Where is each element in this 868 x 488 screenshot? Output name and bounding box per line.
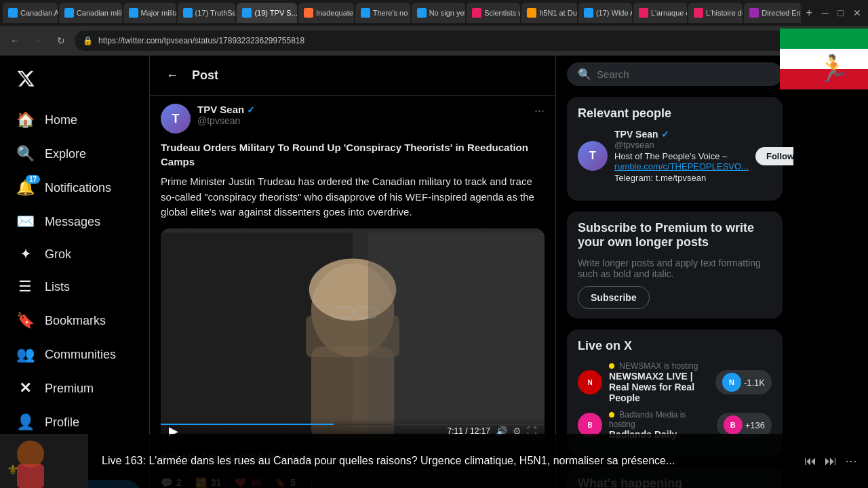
premium-section: Subscribe to Premium to write your own l… (567, 211, 783, 319)
post-header: ← Post (150, 56, 555, 96)
tab-5-active[interactable]: (19) TPV S... ✕ (237, 3, 296, 23)
tab-12[interactable]: L'arnaque d... (633, 3, 687, 23)
communities-icon: 👥 (16, 346, 34, 363)
search-box[interactable]: 🔍 (567, 62, 783, 86)
tab-14[interactable]: Directed Ene... (744, 3, 801, 23)
tab-9[interactable]: Scientists w... (467, 3, 520, 23)
sidebar-item-premium-label: Premium (45, 382, 94, 396)
sidebar: 🏠 Home 🔍 Explore 🔔 17 Notifications ✉️ M… (0, 56, 149, 488)
sidebar-item-premium[interactable]: ✕ Premium (8, 373, 141, 404)
video-player[interactable]: ▶ 7:11 / 12:17 🔊 ⚙ ⛶ (161, 228, 545, 444)
messages-icon: ✉️ (16, 213, 34, 230)
live-title: Live on X (578, 339, 772, 353)
relevant-people-title: Relevant people (578, 106, 772, 121)
video-thumbnail (161, 228, 545, 444)
sidebar-item-explore[interactable]: 🔍 Explore (8, 138, 141, 169)
sidebar-item-notifications[interactable]: 🔔 17 Notifications (8, 172, 141, 203)
more-live-button[interactable]: ⋯ (845, 453, 857, 468)
tab-2[interactable]: Canadian milita... (59, 3, 122, 23)
prev-button[interactable]: ⏮ (804, 454, 816, 468)
premium-icon: ✕ (16, 380, 34, 397)
lock-icon: 🔒 (83, 36, 93, 45)
minimize-button[interactable]: ─ (818, 5, 833, 21)
badlands-logo-letter: B (587, 422, 592, 429)
sidebar-item-messages[interactable]: ✉️ Messages (8, 206, 141, 237)
grok-icon: ✦ (16, 247, 34, 262)
svg-text:🏃: 🏃 (817, 53, 850, 84)
right-sidebar: 🔍 Relevant people T TPV Sean ✓ @tpvsean … (556, 56, 793, 488)
progress-bar[interactable] (161, 424, 545, 425)
newsmax-hosting: NEWSMAX is hosting (609, 361, 709, 371)
newsmax-count-logo: N (722, 373, 741, 392)
tab-4[interactable]: (17) TruthSec... (178, 3, 236, 23)
subscribe-button[interactable]: Subscribe (578, 286, 650, 309)
sidebar-item-home[interactable]: 🏠 Home (8, 104, 141, 136)
search-input[interactable] (597, 68, 772, 80)
author-handle: @tpvsean (197, 115, 528, 126)
live-overlay-title-text: Live 163: L'armée dans les rues au Canad… (88, 446, 793, 476)
tab-13[interactable]: L'histoire de... (688, 3, 743, 23)
post-body-text: Prime Minister Justin Trudeau has ordere… (161, 174, 545, 220)
relevant-people-section: Relevant people T TPV Sean ✓ @tpvsean Ho… (567, 97, 783, 201)
following-button[interactable]: Following (755, 147, 793, 165)
svg-rect-13 (780, 28, 868, 49)
live-dot-icon (609, 363, 614, 369)
address-bar[interactable]: 🔒 https://twitter.com/tpvsean/status/178… (75, 30, 796, 51)
forward-button[interactable]: → (28, 31, 47, 50)
newsmax-logo-letter: N (587, 379, 592, 386)
live-overlay: ⚜ Live 163: L'armée dans les rues au Can… (0, 434, 868, 488)
tab-controls: ─ □ ✕ (818, 5, 865, 21)
newsmax-logo: N (578, 370, 602, 394)
sidebar-item-profile-label: Profile (45, 415, 79, 430)
tab-8[interactable]: No sign yet ... (412, 3, 465, 23)
back-button[interactable]: ← (5, 31, 24, 50)
people-info: TPV Sean ✓ @tpvsean Host of The People's… (614, 129, 749, 183)
tab-10[interactable]: h5N1 at Duc... (521, 3, 577, 23)
back-arrow-button[interactable]: ← (161, 64, 184, 87)
sidebar-item-lists[interactable]: ☰ Lists (8, 271, 141, 302)
bio-link[interactable]: rumble.com/c/THEPEOPLESVO... (614, 161, 749, 171)
badlands-count-logo: B (724, 415, 743, 434)
verified-icon: ✓ (661, 129, 669, 140)
verified-badge-icon: ✓ (247, 104, 255, 115)
tab-bar: Canadian Ar... Canadian milita... Major … (0, 0, 868, 26)
live-overlay-text: Live 163: L'armée dans les rues au Canad… (102, 455, 675, 466)
post-header-title: Post (192, 68, 218, 83)
notification-container: 🔔 17 (16, 179, 35, 197)
live-item-newsmax[interactable]: N NEWSMAX is hosting NEWSMAX2 LIVE | Rea… (578, 361, 772, 403)
x-logo[interactable] (8, 61, 141, 99)
tab-11[interactable]: (17) Wide A... (578, 3, 632, 23)
maximize-button[interactable]: □ (834, 5, 848, 21)
explore-icon: 🔍 (16, 145, 34, 163)
people-bio-telegram: Telegram: t.me/tpvsean (614, 173, 749, 183)
premium-desc: Write longer posts and apply text format… (578, 258, 772, 279)
sidebar-item-grok[interactable]: ✦ Grok (8, 240, 141, 268)
tab-1[interactable]: Canadian Ar... (3, 3, 58, 23)
sidebar-item-grok-label: Grok (45, 247, 71, 262)
sidebar-item-communities[interactable]: 👥 Communities (8, 339, 141, 370)
author-name: TPV Sean ✓ (197, 104, 528, 115)
app-body: 🏠 Home 🔍 Explore 🔔 17 Notifications ✉️ M… (0, 56, 868, 488)
notification-badge: 17 (26, 175, 40, 184)
tab-7[interactable]: There's no s... (355, 3, 410, 23)
sidebar-item-messages-label: Messages (45, 215, 100, 229)
sidebar-item-bookmarks[interactable]: 🔖 Bookmarks (8, 305, 141, 336)
tab-3[interactable]: Major milita... (123, 3, 176, 23)
flag-overlay: 🏃 (780, 28, 868, 89)
live-thumbnail-video: ⚜ (0, 434, 88, 488)
next-button[interactable]: ⏭ (825, 454, 837, 468)
newsmax-desc: NEWSMAX2 LIVE | Real News for Real Peopl… (609, 371, 709, 403)
sidebar-item-bookmarks-label: Bookmarks (45, 314, 106, 328)
refresh-button[interactable]: ↻ (52, 31, 71, 50)
author-avatar[interactable]: T (161, 104, 191, 134)
bell-icon: 🔔 17 (16, 179, 34, 197)
more-options-button[interactable]: ··· (534, 104, 545, 118)
new-tab-button[interactable]: + (802, 3, 816, 22)
tab-6[interactable]: Inadequate f... (298, 3, 354, 23)
svg-text:⚜: ⚜ (7, 462, 19, 477)
premium-title: Subscribe to Premium to write your own l… (578, 221, 772, 249)
sidebar-item-lists-label: Lists (45, 280, 70, 294)
close-button[interactable]: ✕ (849, 5, 865, 21)
people-bio: Host of The People's Voice – rumble.com/… (614, 151, 749, 171)
people-avatar[interactable]: T (578, 141, 608, 171)
